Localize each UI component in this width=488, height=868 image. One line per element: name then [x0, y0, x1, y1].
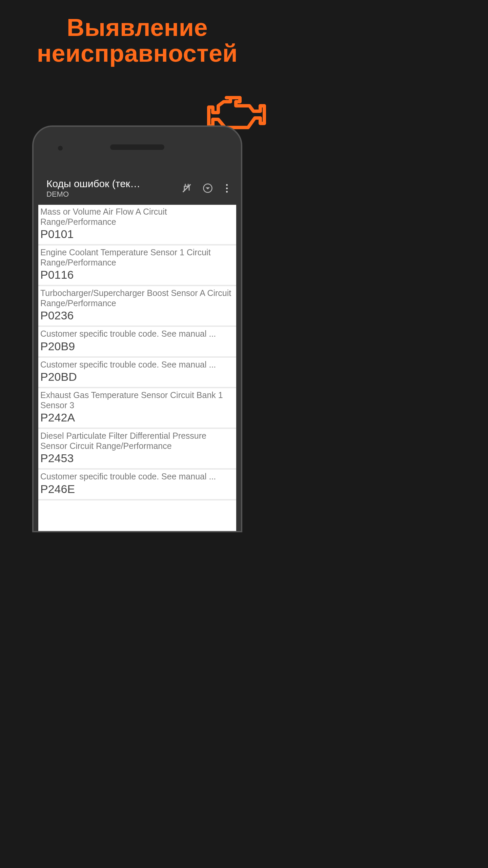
code-description: Exhaust Gas Temperature Sensor Circuit B… — [40, 390, 234, 410]
appbar-titles: Коды ошибок (тек… DEMO — [46, 178, 181, 199]
dropdown-circle-icon[interactable] — [202, 182, 214, 194]
list-item[interactable]: Mass or Volume Air Flow A Circuit Range/… — [38, 205, 236, 245]
appbar: Коды ошибок (тек… DEMO — [38, 172, 236, 205]
list-item[interactable]: Turbocharger/Supercharger Boost Sensor A… — [38, 286, 236, 327]
code-description: Turbocharger/Supercharger Boost Sensor A… — [40, 288, 234, 308]
list-item[interactable]: Engine Coolant Temperature Sensor 1 Circ… — [38, 245, 236, 286]
code-description: Engine Coolant Temperature Sensor 1 Circ… — [40, 248, 234, 268]
code-description: Customer specific trouble code. See manu… — [40, 472, 234, 482]
code-value: P20B9 — [40, 340, 234, 353]
list-item[interactable]: Exhaust Gas Temperature Sensor Circuit B… — [38, 388, 236, 429]
appbar-title: Коды ошибок (тек… — [46, 178, 179, 190]
marketing-screenshot: Выявление неисправностей Коды ошибок (те… — [0, 0, 274, 488]
headline: Выявление неисправностей — [0, 15, 274, 66]
phone-camera — [58, 146, 63, 151]
code-value: P20BD — [40, 370, 234, 383]
code-description: Customer specific trouble code. See manu… — [40, 329, 234, 339]
code-value: P2453 — [40, 452, 234, 465]
code-value: P0116 — [40, 268, 234, 281]
list-item[interactable]: Customer specific trouble code. See manu… — [38, 327, 236, 358]
code-description: Diesel Particulate Filter Differential P… — [40, 431, 234, 451]
power-off-icon[interactable] — [181, 182, 193, 194]
code-value: P0101 — [40, 228, 234, 241]
headline-line2: неисправностей — [0, 41, 274, 66]
list-item[interactable]: Diesel Particulate Filter Differential P… — [38, 429, 236, 470]
code-value: P246E — [40, 482, 234, 496]
appbar-subtitle: DEMO — [46, 190, 179, 199]
code-value: P0236 — [40, 309, 234, 322]
trouble-code-list[interactable]: Mass or Volume Air Flow A Circuit Range/… — [38, 205, 236, 531]
appbar-actions — [181, 182, 233, 194]
code-value: P242A — [40, 411, 234, 424]
phone-frame: Коды ошибок (тек… DEMO M — [32, 125, 242, 532]
list-item[interactable]: Customer specific trouble code. See manu… — [38, 358, 236, 389]
headline-line1: Выявление — [0, 15, 274, 41]
phone-speaker — [110, 144, 164, 150]
list-item[interactable]: Customer specific trouble code. See manu… — [38, 470, 236, 500]
overflow-menu-icon[interactable] — [223, 182, 231, 194]
app-screen: Коды ошибок (тек… DEMO M — [38, 172, 236, 531]
code-description: Customer specific trouble code. See manu… — [40, 360, 234, 370]
code-description: Mass or Volume Air Flow A Circuit Range/… — [40, 207, 234, 227]
